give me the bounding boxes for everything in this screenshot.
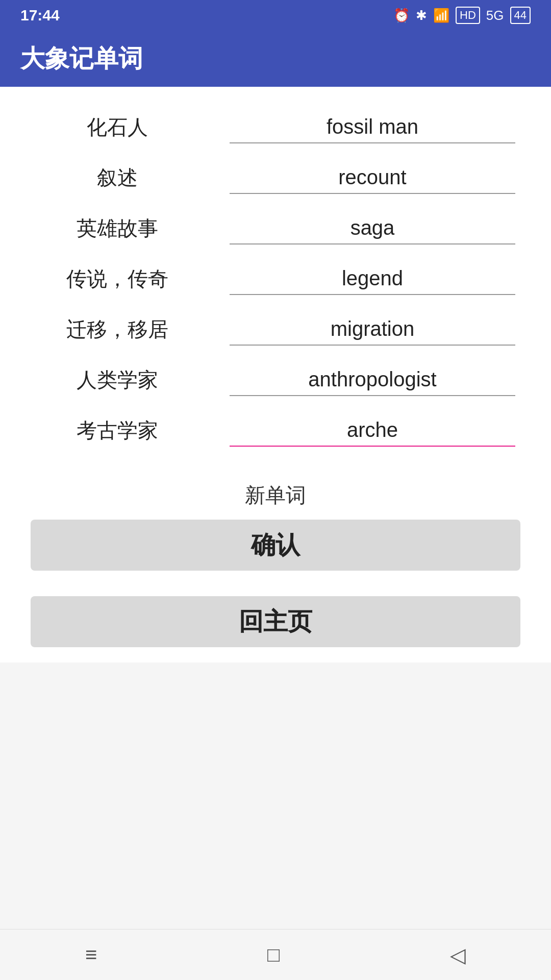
- confirm-button[interactable]: 确认: [31, 520, 520, 571]
- back-nav-icon[interactable]: ◁: [450, 943, 466, 967]
- input-wrapper-4: [214, 263, 531, 295]
- status-bar: 17:44 ⏰ ✱ 📶 HD 5G 44: [0, 0, 551, 31]
- status-icons: ⏰ ✱ 📶 HD 5G 44: [393, 7, 531, 24]
- input-wrapper-7: [214, 414, 531, 447]
- input-wrapper-2: [214, 162, 531, 194]
- status-time: 17:44: [20, 7, 60, 24]
- english-input-2[interactable]: [230, 162, 515, 194]
- word-row: 人类学家: [20, 355, 531, 405]
- battery-icon: 44: [510, 7, 531, 24]
- input-wrapper-1: [214, 111, 531, 143]
- input-wrapper-5: [214, 313, 531, 346]
- word-row: 叙述: [20, 153, 531, 203]
- word-row: 化石人: [20, 102, 531, 153]
- chinese-label-3: 英雄故事: [20, 214, 214, 242]
- english-input-6[interactable]: [230, 364, 515, 396]
- bluetooth-icon: ✱: [416, 8, 427, 23]
- english-input-3[interactable]: [230, 212, 515, 244]
- english-input-7[interactable]: [230, 414, 515, 447]
- word-row: 英雄故事: [20, 203, 531, 254]
- chinese-label-6: 人类学家: [20, 366, 214, 394]
- main-content: 化石人 叙述 英雄故事 传说，传奇 迁移: [0, 87, 551, 663]
- menu-nav-icon[interactable]: ≡: [85, 943, 97, 966]
- app-title: 大象记单词: [20, 42, 143, 75]
- wifi-icon: 📶: [433, 8, 449, 23]
- app-header: 大象记单词: [0, 31, 551, 87]
- chinese-label-7: 考古学家: [20, 416, 214, 445]
- input-wrapper-6: [214, 364, 531, 396]
- home-button[interactable]: 回主页: [31, 596, 520, 647]
- english-input-4[interactable]: [230, 263, 515, 295]
- alarm-icon: ⏰: [393, 8, 410, 23]
- word-row: 传说，传奇: [20, 254, 531, 304]
- chinese-label-5: 迁移，移居: [20, 315, 214, 344]
- chinese-label-2: 叙述: [20, 164, 214, 192]
- word-row: 迁移，移居: [20, 304, 531, 355]
- new-word-label: 新单词: [245, 481, 306, 509]
- chinese-label-4: 传说，传奇: [20, 265, 214, 293]
- english-input-1[interactable]: [230, 111, 515, 143]
- nav-bar: ≡ □ ◁: [0, 929, 551, 980]
- input-wrapper-3: [214, 212, 531, 244]
- new-word-section: 新单词 确认 回主页: [20, 481, 531, 647]
- word-row: 考古学家: [20, 405, 531, 456]
- hd-icon: HD: [456, 7, 480, 24]
- english-input-5[interactable]: [230, 313, 515, 346]
- signal-icon: 5G: [486, 8, 504, 23]
- chinese-label-1: 化石人: [20, 113, 214, 141]
- home-nav-icon[interactable]: □: [267, 943, 280, 966]
